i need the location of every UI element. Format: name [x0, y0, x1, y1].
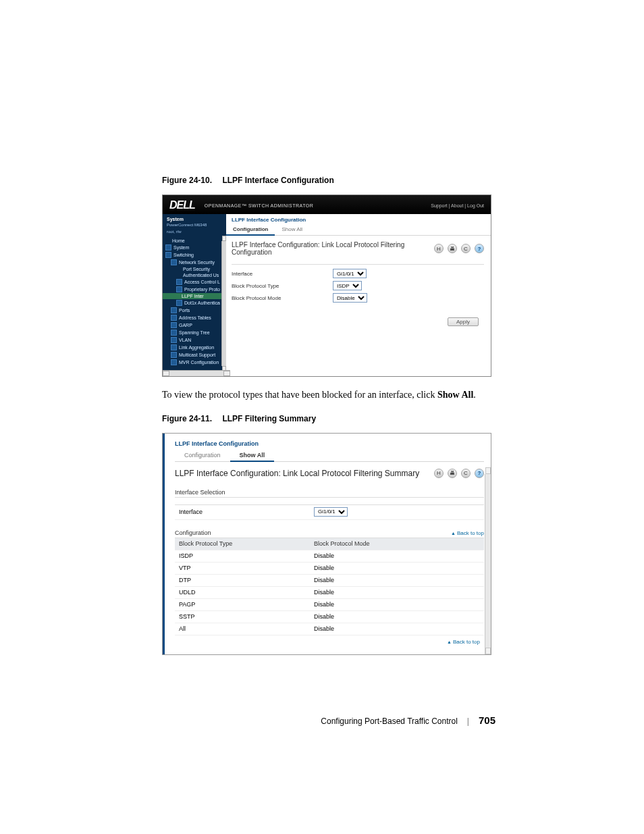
nav-network-security[interactable]: Network Security: [163, 259, 226, 266]
select-interface[interactable]: Gi1/0/1: [314, 507, 348, 517]
table-row: PAGPDisable: [175, 599, 484, 611]
expand-icon: [171, 337, 177, 343]
cell-protocol-mode: Disable: [314, 577, 484, 583]
tab-show-all[interactable]: Show All: [230, 450, 275, 462]
nav-prop-proto[interactable]: Proprietary Proto: [163, 286, 226, 293]
refresh-icon[interactable]: C: [461, 469, 471, 478]
nav-multicast[interactable]: Multicast Support: [163, 351, 226, 359]
pane-title: LLPF Interface Configuration: Link Local…: [232, 241, 434, 256]
app-window-fig1: DELL OPENMANAGE™ SWITCH ADMINISTRATOR Su…: [162, 194, 491, 377]
refresh-icon[interactable]: C: [461, 244, 471, 253]
main-pane: LLPF Interface Configuration Configurati…: [226, 214, 491, 370]
nav-garp[interactable]: GARP: [163, 321, 226, 329]
tab-configuration[interactable]: Configuration: [175, 450, 230, 461]
sidebar-user-line: root, r/w: [163, 230, 226, 236]
cell-protocol-type: VTP: [179, 565, 314, 571]
expand-icon: [171, 344, 177, 350]
top-links[interactable]: Support | About | Log Out: [431, 203, 484, 208]
table-row: UDLDDisable: [175, 587, 484, 599]
nav-link-agg[interactable]: Link Aggregation: [163, 344, 226, 351]
cell-protocol-type: ISDP: [179, 552, 314, 559]
app-window-fig2: LLPF Interface Configuration Configurati…: [162, 433, 491, 655]
product-title: OPENMANAGE™ SWITCH ADMINISTRATOR: [205, 203, 314, 208]
table-header: Block Protocol Type Block Protocol Mode: [175, 538, 484, 550]
nav-acl[interactable]: Access Control L: [163, 278, 226, 286]
label-bpmode: Block Protocol Mode: [232, 295, 333, 301]
tab-show-all[interactable]: Show All: [275, 224, 309, 235]
help-icon[interactable]: ?: [475, 469, 484, 478]
fig2-vscrollbar[interactable]: [485, 474, 491, 654]
back-to-top-link[interactable]: Back to top: [451, 530, 484, 536]
sidebar-system-label: System: [163, 217, 226, 223]
tabbar: Configuration Show All: [226, 224, 491, 236]
cell-protocol-type: All: [179, 625, 314, 632]
print-icon[interactable]: 🖶: [448, 469, 457, 478]
app-titlebar: DELL OPENMANAGE™ SWITCH ADMINISTRATOR Su…: [163, 195, 491, 214]
breadcrumb: LLPF Interface Configuration: [175, 440, 484, 447]
expand-icon: [171, 359, 177, 365]
sidebar: System PowerConnect M6348 root, r/w Home…: [163, 214, 226, 370]
page-footer: Configuring Port-Based Traffic Control |…: [321, 714, 495, 726]
nav-auth-users[interactable]: Authenticated Us: [163, 272, 226, 278]
apply-button[interactable]: Apply: [448, 317, 479, 326]
back-to-top-link[interactable]: Back to top: [447, 639, 480, 645]
window-left-accent: [163, 434, 165, 654]
help-icon[interactable]: ?: [475, 244, 484, 253]
collapse-icon: [176, 286, 182, 292]
nav-switching[interactable]: Switching: [163, 251, 226, 259]
cell-protocol-type: SSTP: [179, 613, 314, 620]
nav-spanning-tree[interactable]: Spanning Tree: [163, 329, 226, 336]
sidebar-hscrollbar[interactable]: [163, 370, 230, 376]
nav-home[interactable]: Home: [163, 238, 226, 244]
nav-mvr[interactable]: MVR Configuration: [163, 359, 226, 366]
expand-icon: [171, 307, 177, 313]
section-interface-selection: Interface Selection: [175, 485, 484, 498]
breadcrumb: LLPF Interface Configuration: [226, 214, 491, 224]
select-bpmode[interactable]: Disable: [333, 293, 367, 303]
row-interface: Interface Gi1/0/1: [175, 504, 484, 520]
row-block-protocol-type: Block Protocol Type ISDP: [232, 280, 484, 292]
nav-port-security[interactable]: Port Security: [163, 266, 226, 272]
body-paragraph: To view the protocol types that have bee…: [162, 389, 495, 402]
cell-protocol-mode: Disable: [314, 565, 484, 571]
tab-configuration[interactable]: Configuration: [226, 224, 275, 236]
cell-protocol-type: DTP: [179, 577, 314, 583]
figure-title: LLPF Interface Configuration: [222, 176, 333, 185]
nav-system[interactable]: System: [163, 244, 226, 251]
collapse-icon: [171, 259, 177, 265]
figure-24-11-caption: Figure 24-11. LLPF Filtering Summary: [162, 414, 495, 423]
figure-number: Figure 24-11.: [162, 414, 212, 423]
nav-llpf-interface[interactable]: LLPF Inter: [163, 293, 226, 299]
footer-page-number: 705: [479, 714, 495, 726]
sidebar-vscrollbar[interactable]: [221, 241, 226, 366]
cell-protocol-type: UDLD: [179, 589, 314, 596]
nav-tree: Home System Switching Network Security P…: [163, 238, 226, 366]
table-row: VTPDisable: [175, 563, 484, 575]
save-icon[interactable]: H: [434, 244, 444, 253]
nav-ports[interactable]: Ports: [163, 307, 226, 314]
figure-24-10-caption: Figure 24-10. LLPF Interface Configurati…: [162, 176, 495, 185]
expand-icon: [176, 300, 182, 306]
expand-icon: [171, 352, 177, 358]
expand-icon: [176, 279, 182, 285]
table-row: ISDPDisable: [175, 550, 484, 563]
cell-protocol-type: PAGP: [179, 601, 314, 608]
row-interface: Interface Gi1/0/1: [232, 267, 484, 280]
pane-title: LLPF Interface Configuration: Link Local…: [175, 469, 434, 478]
footer-separator: |: [467, 716, 469, 726]
print-icon[interactable]: 🖶: [448, 244, 457, 253]
table-row: AllDisable: [175, 623, 484, 635]
figure-number: Figure 24-10.: [162, 176, 212, 185]
label-bptype: Block Protocol Type: [232, 283, 333, 289]
nav-dot1x[interactable]: Dot1x Authentica: [163, 299, 226, 307]
section-configuration: Configuration Back to top: [175, 525, 484, 538]
nav-address-tables[interactable]: Address Tables: [163, 314, 226, 321]
footer-chapter: Configuring Port-Based Traffic Control: [321, 716, 458, 726]
table-row: DTPDisable: [175, 575, 484, 587]
nav-vlan[interactable]: VLAN: [163, 336, 226, 344]
select-bptype[interactable]: ISDP: [333, 281, 362, 290]
label-interface: Interface: [232, 271, 333, 277]
col-block-protocol-type: Block Protocol Type: [179, 540, 314, 547]
save-icon[interactable]: H: [434, 469, 444, 478]
select-interface[interactable]: Gi1/0/1: [333, 269, 367, 278]
